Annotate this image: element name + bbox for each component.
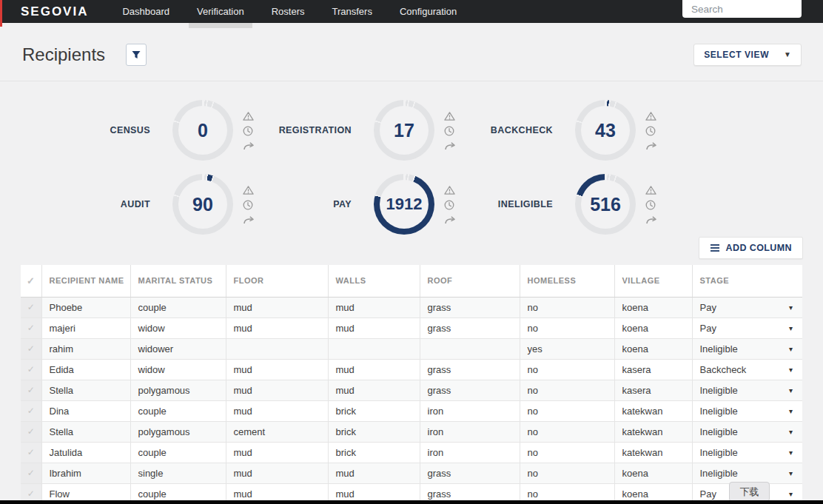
chevron-down-icon: ▾ (789, 386, 793, 394)
forward-arrow-icon[interactable] (444, 141, 456, 150)
stage-select[interactable]: Ineligible ▾ (692, 463, 802, 483)
stat-donut-ring: 90 (172, 174, 233, 235)
cell-roof: grass (420, 359, 520, 380)
select-view-button[interactable]: SELECT VIEW ▼ (693, 44, 802, 66)
cell-walls: mud (328, 317, 420, 338)
bottom-black-bar (0, 500, 823, 504)
download-tooltip[interactable]: 下载 (729, 482, 770, 502)
stat-label: CENSUS (53, 125, 150, 135)
nav-item-verification[interactable]: Verification (197, 0, 244, 23)
column-header-recipient-name[interactable]: RECIPIENT NAME (41, 265, 130, 297)
top-navigation-bar: SEGOVIA DashboardVerificationRostersTran… (0, 0, 823, 23)
column-header-village[interactable]: VILLAGE (614, 265, 692, 297)
row-check-icon[interactable]: ✓ (21, 463, 41, 483)
cell-floor: mud (226, 442, 328, 463)
funnel-icon (131, 50, 141, 60)
nav-item-rosters[interactable]: Rosters (272, 0, 305, 23)
warning-icon[interactable] (243, 185, 254, 195)
row-check-icon[interactable]: ✓ (21, 317, 41, 338)
cell-homeless: no (520, 463, 614, 483)
cell-roof (420, 338, 520, 359)
stage-select[interactable]: Pay ▾ (692, 317, 802, 338)
clock-icon[interactable] (444, 126, 454, 136)
stat-widget-backcheck: BACKCHECK 43 (456, 93, 657, 167)
forward-arrow-icon[interactable] (444, 215, 456, 224)
table-row: ✓ Stella polygamous mud mud grass no kas… (21, 380, 802, 400)
warning-icon[interactable] (444, 111, 455, 121)
stage-select[interactable]: Backcheck ▾ (692, 359, 802, 380)
cell-roof: grass (420, 297, 520, 317)
chevron-down-icon: ▾ (789, 303, 793, 312)
warning-icon[interactable] (243, 111, 254, 121)
add-column-button[interactable]: ADD COLUMN (699, 237, 803, 259)
clock-icon[interactable] (444, 200, 454, 210)
stage-select[interactable]: Pay ▾ (692, 297, 802, 317)
forward-arrow-icon[interactable] (645, 215, 657, 224)
clock-icon[interactable] (645, 200, 656, 210)
row-check-icon[interactable]: ✓ (21, 297, 41, 317)
search-input[interactable] (682, 0, 802, 18)
segovia-logo[interactable]: SEGOVIA (21, 0, 88, 23)
filter-button[interactable] (126, 44, 147, 66)
stat-widget-census: CENSUS 0 (53, 93, 255, 167)
cell-marital-status: widow (130, 317, 226, 338)
forward-arrow-icon[interactable] (645, 141, 657, 150)
cell-marital-status: single (130, 463, 226, 483)
row-check-icon[interactable]: ✓ (21, 338, 41, 359)
cell-roof: grass (420, 317, 520, 338)
row-check-icon[interactable]: ✓ (21, 442, 41, 463)
table-row: ✓ Ibrahim single mud mud grass no koena … (21, 463, 802, 483)
cell-recipient-name: Phoebe (41, 297, 130, 317)
stage-select[interactable]: Ineligible ▾ (692, 380, 802, 400)
warning-icon[interactable] (645, 185, 656, 195)
nav-item-configuration[interactable]: Configuration (400, 0, 457, 23)
cell-roof: iron (420, 421, 520, 442)
clock-icon[interactable] (243, 126, 253, 136)
row-check-icon[interactable]: ✓ (21, 359, 41, 380)
column-header-walls[interactable]: WALLS (328, 265, 420, 297)
cell-marital-status: couple (130, 442, 226, 463)
cell-walls: mud (328, 297, 420, 317)
stat-value: 0 (198, 120, 208, 141)
nav-item-dashboard[interactable]: Dashboard (122, 0, 169, 23)
forward-arrow-icon[interactable] (243, 141, 255, 150)
warning-icon[interactable] (645, 111, 656, 121)
row-check-icon[interactable]: ✓ (21, 380, 41, 400)
stage-label: Backcheck (700, 364, 747, 375)
cell-marital-status: couple (130, 297, 226, 317)
column-header-floor[interactable]: FLOOR (226, 265, 328, 297)
page-title: Recipients (22, 44, 105, 65)
stage-label: Ineligible (700, 385, 738, 396)
cell-walls: mud (328, 359, 420, 380)
column-header-roof[interactable]: ROOF (420, 265, 520, 297)
cell-recipient-name: Stella (41, 421, 130, 442)
select-all-check-icon[interactable]: ✓ (21, 265, 41, 297)
stage-select[interactable]: Ineligible ▾ (692, 338, 802, 359)
nav-item-transfers[interactable]: Transfers (332, 0, 372, 23)
clock-icon[interactable] (645, 126, 656, 136)
cell-recipient-name: Stella (41, 380, 130, 400)
stage-label: Pay (700, 488, 716, 500)
column-header-stage[interactable]: STAGE (692, 265, 802, 297)
stat-action-icons (444, 111, 456, 150)
warning-icon[interactable] (444, 185, 455, 195)
column-header-homeless[interactable]: HOMELESS (520, 265, 614, 297)
stage-select[interactable]: Ineligible ▾ (692, 400, 802, 421)
column-header-marital-status[interactable]: MARITAL STATUS (130, 265, 226, 297)
cell-floor: mud (226, 359, 328, 380)
cell-marital-status: polygamous (130, 380, 226, 400)
forward-arrow-icon[interactable] (243, 215, 255, 224)
cell-homeless: no (520, 380, 614, 400)
row-check-icon[interactable]: ✓ (21, 400, 41, 421)
cell-walls: brick (328, 442, 420, 463)
stage-select[interactable]: Ineligible ▾ (692, 442, 802, 463)
clock-icon[interactable] (243, 200, 253, 210)
stage-label: Ineligible (700, 447, 738, 458)
stat-value: 43 (595, 120, 616, 141)
list-lines-icon (710, 243, 720, 252)
stage-select[interactable]: Ineligible ▾ (692, 421, 802, 442)
row-check-icon[interactable]: ✓ (21, 421, 41, 442)
cell-village: kasera (614, 380, 692, 400)
stage-label: Ineligible (700, 343, 738, 355)
stat-donut-ring: 516 (575, 174, 636, 235)
